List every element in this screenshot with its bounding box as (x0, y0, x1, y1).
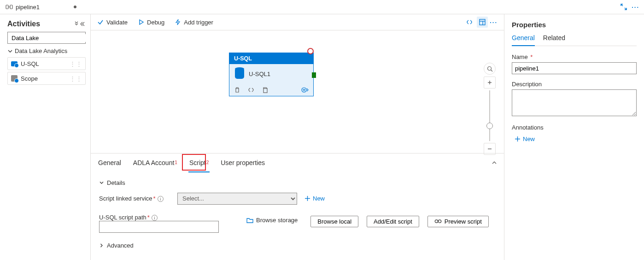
activities-panel: Activities Data Lake Analytics U-SQL ⋮⋮ … (0, 14, 91, 260)
debug-button[interactable]: Debug (138, 19, 164, 26)
canvas-search-button[interactable] (484, 63, 496, 75)
chevron-right-icon (99, 243, 104, 248)
svg-point-12 (487, 66, 491, 70)
code-view-icon[interactable] (464, 17, 475, 28)
drag-grip-icon: ⋮⋮ (70, 75, 82, 82)
svg-line-13 (491, 70, 492, 71)
pipeline-tab-name: pipeline1 (16, 4, 70, 11)
new-label: New (313, 195, 325, 202)
info-icon[interactable]: i (158, 196, 164, 202)
callout-badge-1: 1 (175, 160, 177, 165)
callout-badge-2: 2 (206, 160, 209, 165)
add-edit-script-button[interactable]: Add/Edit script (367, 216, 419, 227)
node-name-label: U-SQL1 (249, 71, 270, 77)
activity-search-input[interactable] (11, 34, 90, 42)
properties-tab-general[interactable]: General (512, 34, 535, 46)
new-annotation-label: New (523, 136, 535, 142)
folder-icon (246, 217, 253, 223)
properties-panel: Properties General Related Name * Descri… (504, 14, 644, 260)
annotations-label: Annotations (512, 124, 637, 131)
more-menu-icon[interactable]: ··· (632, 4, 639, 11)
browse-storage-button[interactable]: Browse storage (246, 217, 298, 224)
zoom-slider[interactable] (489, 90, 490, 141)
svg-rect-5 (480, 19, 485, 25)
advanced-label: Advanced (107, 242, 134, 249)
activity-item-usql[interactable]: U-SQL ⋮⋮ (7, 57, 86, 70)
chevron-down-icon (7, 48, 13, 54)
pipeline-icon (6, 3, 13, 11)
preview-icon (434, 219, 442, 224)
details-label: Details (107, 179, 125, 186)
activity-item-scope[interactable]: Scope ⋮⋮ (7, 72, 86, 85)
add-trigger-label: Add trigger (184, 19, 213, 26)
script-path-row: U-SQL script path*i Browse storage Brows… (99, 214, 496, 233)
details-section-header[interactable]: Details (99, 179, 496, 186)
properties-title: Properties (512, 21, 637, 29)
activity-item-label: Scope (21, 75, 38, 82)
top-actions: ··· (621, 4, 644, 11)
new-annotation-button[interactable]: New (515, 136, 637, 142)
zoom-in-button[interactable] (484, 77, 496, 89)
tab-general[interactable]: General (97, 154, 122, 172)
panel-collapse-chevron-icon[interactable] (491, 160, 498, 166)
validate-label: Validate (106, 19, 128, 26)
usql-icon (11, 60, 18, 67)
pipeline-toolbar: Validate Debug Add trigger ··· (91, 14, 504, 30)
toolbar-more-icon[interactable]: ··· (490, 19, 498, 26)
drag-grip-icon: ⋮⋮ (70, 60, 82, 67)
add-trigger-button[interactable]: Add trigger (175, 19, 213, 26)
preview-script-label: Preview script (445, 218, 482, 225)
properties-toggle-icon[interactable] (477, 17, 488, 28)
name-field-label: Name * (512, 53, 637, 60)
node-status-icon (307, 48, 314, 54)
database-icon (235, 69, 244, 79)
activity-group-header[interactable]: Data Lake Analytics (7, 47, 86, 54)
linked-service-select[interactable]: Select... (177, 193, 297, 205)
description-field-label: Description (512, 81, 637, 88)
panel-collapse-icons[interactable] (74, 21, 86, 27)
activity-item-label: U-SQL (21, 60, 39, 67)
properties-tabs: General Related (512, 34, 637, 46)
pipeline-canvas[interactable]: U-SQL U-SQL1 (91, 30, 504, 153)
scope-icon (11, 75, 18, 82)
svg-rect-1 (10, 5, 12, 9)
top-tab-bar: pipeline1 ··· (0, 0, 644, 14)
add-output-icon[interactable] (301, 87, 309, 93)
delete-icon[interactable] (234, 87, 240, 93)
canvas-node-usql[interactable]: U-SQL U-SQL1 (229, 53, 314, 96)
browse-storage-label: Browse storage (256, 217, 298, 224)
plus-icon (304, 195, 310, 201)
plus-icon (515, 136, 521, 142)
browse-local-button[interactable]: Browse local (310, 216, 358, 227)
svg-point-20 (438, 220, 441, 223)
bottom-tab-row: General ADLA Account1 Script2 User prope… (91, 154, 504, 172)
script-path-label: U-SQL script path*i (99, 214, 177, 221)
node-output-handle[interactable] (312, 72, 316, 78)
advanced-section-header[interactable]: Advanced (99, 242, 496, 249)
zoom-thumb[interactable] (486, 123, 493, 129)
tab-adla-account[interactable]: ADLA Account1 (132, 154, 178, 172)
tab-user-properties[interactable]: User properties (220, 154, 266, 172)
code-icon[interactable] (248, 87, 254, 93)
main-layout: Activities Data Lake Analytics U-SQL ⋮⋮ … (0, 14, 644, 260)
copy-icon[interactable] (262, 87, 268, 93)
svg-point-19 (435, 220, 438, 223)
script-path-input[interactable] (99, 221, 219, 233)
linked-service-row: Script linked service*i Select... New (99, 193, 496, 205)
validate-button[interactable]: Validate (97, 19, 128, 26)
new-linked-service-button[interactable]: New (304, 195, 325, 202)
preview-script-button[interactable]: Preview script (427, 216, 489, 227)
pipeline-name-input[interactable] (512, 62, 637, 74)
info-icon[interactable]: i (152, 215, 158, 221)
toolbar-right: ··· (464, 17, 498, 28)
svg-rect-0 (6, 5, 8, 9)
svg-rect-8 (263, 89, 267, 93)
pipeline-tab[interactable]: pipeline1 (0, 0, 82, 14)
pipeline-description-input[interactable] (512, 89, 637, 116)
unsaved-indicator-icon (74, 6, 76, 8)
properties-tab-related[interactable]: Related (543, 34, 565, 46)
expand-icon[interactable] (621, 4, 627, 10)
debug-label: Debug (147, 19, 164, 26)
activity-search[interactable] (7, 32, 86, 44)
tab-script[interactable]: Script2 (188, 154, 210, 172)
